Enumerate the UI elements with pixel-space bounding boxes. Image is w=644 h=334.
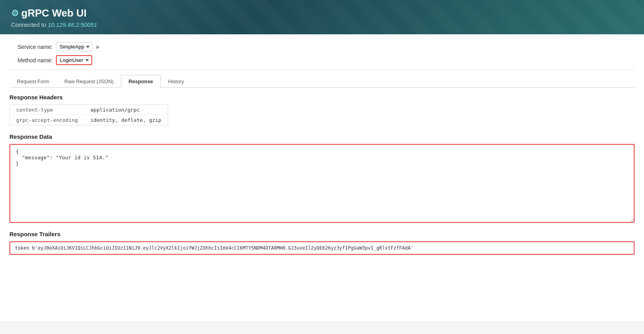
connected-label: Connected to (11, 21, 46, 28)
header-key-0: content-type (10, 105, 84, 115)
main-content: Service name: SimpleApp » Method name: L… (0, 34, 644, 321)
app-header: ⚙ gRPC Web UI Connected to 10.129.68.2:5… (0, 0, 644, 34)
connection-status: Connected to 10.129.68.2:50051 (11, 21, 633, 28)
app-title-text: gRPC Web UI (21, 7, 87, 19)
double-arrow: » (96, 43, 99, 50)
tab-raw-request[interactable]: Raw Request (JSON) (57, 75, 121, 88)
header-key-1: grpc-accept-encoding (10, 115, 84, 125)
response-trailers-section: Response Trailers token b'eyJ0eXAiOiJKV1… (9, 231, 635, 255)
headers-table: content-type application/grpc grpc-accep… (9, 104, 168, 125)
method-name-select[interactable]: LoginUser (56, 55, 92, 65)
header-value-0: application/grpc (84, 105, 168, 115)
table-row: grpc-accept-encoding identity, deflate, … (10, 115, 168, 125)
response-trailers-title: Response Trailers (9, 231, 635, 237)
grpc-icon: ⚙ (11, 8, 19, 19)
divider (9, 70, 635, 70)
header-value-1: identity, deflate, gzip (84, 115, 168, 125)
app-title: ⚙ gRPC Web UI (11, 7, 633, 19)
method-name-row: Method name: LoginUser (9, 55, 635, 65)
service-name-label: Service name: (9, 44, 53, 50)
response-trailers-box: token b'eyJ0eXAiOiJKV1QiLCJhbGciOiJIUzI1… (9, 241, 635, 255)
service-name-row: Service name: SimpleApp » (9, 42, 635, 51)
tab-request-form[interactable]: Request Form (9, 75, 57, 88)
response-data-section: Response Data { "message": "Your id is 5… (9, 133, 635, 223)
ip-address: 10.129.68.2:50051 (48, 21, 97, 28)
tab-history[interactable]: History (161, 75, 191, 88)
table-row: content-type application/grpc (10, 105, 168, 115)
service-name-select[interactable]: SimpleApp (56, 42, 93, 51)
response-data-box[interactable]: { "message": "Your id is 514." } (9, 144, 635, 223)
response-headers-title: Response Headers (9, 94, 635, 101)
response-data-title: Response Data (9, 133, 635, 140)
tab-response[interactable]: Response (121, 75, 160, 88)
tab-bar: Request Form Raw Request (JSON) Response… (9, 75, 635, 88)
response-headers-section: Response Headers content-type applicatio… (9, 94, 635, 125)
method-name-label: Method name: (9, 57, 53, 63)
